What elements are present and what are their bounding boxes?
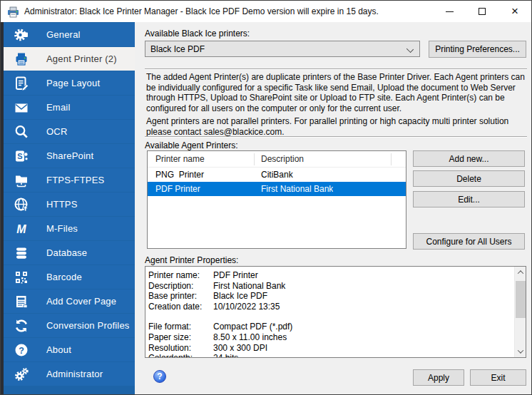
m-files-icon: M bbox=[12, 220, 31, 238]
maximize-icon[interactable] bbox=[466, 1, 498, 22]
separator-line bbox=[145, 68, 527, 69]
property-value: Black Ice PDF bbox=[213, 291, 267, 302]
main-panel: Available Black Ice printers: Black Ice … bbox=[135, 22, 531, 394]
gear-icon bbox=[12, 26, 31, 44]
admin-gears-icon bbox=[12, 365, 31, 384]
folder-network-icon bbox=[12, 171, 31, 190]
property-name: Description: bbox=[148, 281, 213, 292]
svg-text:S: S bbox=[17, 152, 22, 160]
property-value: 10/10/2022 13:35 bbox=[213, 302, 280, 312]
printing-preferences-button[interactable]: Printing Preferences... bbox=[429, 41, 526, 58]
cover-page-icon bbox=[12, 292, 31, 311]
sidebar-nav: General Agent Printer (2) bbox=[1, 22, 135, 394]
property-name: File format: bbox=[148, 322, 213, 332]
sidebar-item-database[interactable]: Database bbox=[4, 241, 135, 265]
sidebar-item-conversion-profiles[interactable]: Conversion Profiles bbox=[4, 314, 135, 337]
property-value: 300 x 300 DPI bbox=[213, 343, 267, 354]
envelope-icon bbox=[12, 98, 31, 117]
printer-manager-window: Administrator: Black Ice Printer Manager… bbox=[0, 0, 532, 395]
window-title: Administrator: Black Ice Printer Manager… bbox=[24, 1, 379, 22]
sidebar-item-ocr[interactable]: OCR bbox=[4, 120, 135, 143]
sidebar-item-email[interactable]: Email bbox=[4, 96, 135, 119]
sidebar-item-label: M-Files bbox=[46, 223, 78, 234]
question-circle-icon: ? bbox=[12, 341, 31, 359]
sidebar-item-m-files[interactable]: M M-Files bbox=[4, 217, 135, 240]
sidebar-item-label: Conversion Profiles bbox=[46, 320, 130, 331]
sidebar-item-label: HTTPS bbox=[46, 199, 78, 210]
description-cell: CitiBank bbox=[255, 168, 293, 182]
property-name: Paper size: bbox=[148, 332, 213, 343]
sidebar-item-sharepoint[interactable]: S SharePoint bbox=[4, 144, 135, 168]
sidebar-item-ftps[interactable]: FTPS-FTPES bbox=[4, 168, 135, 192]
parallel-printing-note: Agent printers are not parallel printers… bbox=[146, 116, 526, 137]
table-row[interactable]: PNG Printer CitiBank bbox=[148, 168, 406, 182]
close-icon[interactable]: × bbox=[498, 1, 531, 22]
printer-icon bbox=[12, 50, 31, 68]
exit-button[interactable]: Exit bbox=[470, 369, 526, 386]
property-value: PDF Printer bbox=[213, 270, 258, 281]
sidebar-item-label: General bbox=[46, 29, 81, 40]
column-header-printer-name[interactable]: Printer name bbox=[148, 153, 255, 165]
edit-button[interactable]: Edit... bbox=[413, 191, 525, 207]
scroll-up-icon[interactable] bbox=[515, 267, 526, 278]
sidebar-item-https[interactable]: HTTPS bbox=[4, 193, 135, 216]
sidebar-item-label: Email bbox=[46, 102, 71, 113]
caption-buttons: × bbox=[433, 1, 531, 22]
sidebar-item-agent-printer[interactable]: Agent Printer (2) bbox=[4, 47, 135, 71]
property-name: Printer name: bbox=[148, 270, 213, 281]
property-name: Base printer: bbox=[148, 291, 213, 302]
sync-arrows-icon bbox=[12, 317, 31, 335]
help-icon[interactable]: ? bbox=[153, 370, 166, 383]
printer-name-cell: PNG Printer bbox=[148, 168, 255, 182]
globe-icon bbox=[12, 195, 31, 214]
printer-select-dropdown[interactable]: Black Ice PDF bbox=[145, 41, 420, 57]
sidebar-item-label: About bbox=[46, 344, 71, 355]
properties-text: Printer name:PDF Printer Description:Fir… bbox=[145, 267, 514, 357]
sidebar-item-label: SharePoint bbox=[46, 150, 93, 161]
qr-code-icon bbox=[12, 268, 31, 287]
list-header: Printer name Description bbox=[148, 151, 406, 168]
sidebar-item-label: Barcode bbox=[46, 272, 82, 282]
magnifier-icon bbox=[12, 123, 31, 141]
configure-all-users-button[interactable]: Configure for All Users bbox=[413, 233, 525, 250]
sidebar-item-add-cover-page[interactable]: Add Cover Page bbox=[4, 289, 135, 313]
app-icon bbox=[7, 6, 19, 18]
printer-name-cell: PDF Printer bbox=[148, 182, 255, 196]
sidebar-item-administrator[interactable]: Administrator bbox=[4, 362, 135, 386]
property-value: 8.50 x 11.00 inches bbox=[213, 332, 287, 343]
agent-printer-properties-box: Printer name:PDF Printer Description:Fir… bbox=[145, 266, 526, 358]
property-value: Compact PDF (*.pdf) bbox=[213, 322, 292, 332]
property-value: 24 bits bbox=[213, 353, 238, 357]
agent-printer-description: The added Agent Printer(s) are duplicate… bbox=[146, 72, 526, 113]
property-name: Colordepth: bbox=[148, 353, 213, 357]
chevron-down-icon bbox=[406, 46, 414, 53]
table-row-selected[interactable]: PDF Printer First National Bank bbox=[148, 182, 406, 196]
delete-button[interactable]: Delete bbox=[413, 170, 525, 187]
agent-printers-list: Printer name Description PNG Printer Cit… bbox=[147, 150, 406, 249]
sidebar-item-label: Page Layout bbox=[46, 78, 100, 88]
properties-scrollbar[interactable] bbox=[514, 267, 526, 357]
sharepoint-icon: S bbox=[12, 147, 31, 165]
svg-text:M: M bbox=[16, 222, 26, 235]
title-bar: Administrator: Black Ice Printer Manager… bbox=[1, 1, 531, 22]
separator-line bbox=[145, 136, 527, 137]
apply-button[interactable]: Apply bbox=[413, 369, 464, 386]
minimize-icon[interactable] bbox=[433, 1, 466, 22]
sidebar-item-page-layout[interactable]: Page Layout bbox=[4, 71, 135, 95]
property-name: Creation date: bbox=[148, 302, 213, 312]
property-name: Resolution: bbox=[148, 343, 213, 354]
scroll-down-icon[interactable] bbox=[515, 346, 526, 357]
printer-select-value: Black Ice PDF bbox=[150, 44, 205, 54]
add-new-button[interactable]: Add new... bbox=[413, 150, 525, 167]
sidebar-item-barcode[interactable]: Barcode bbox=[4, 265, 135, 289]
sidebar-item-label: OCR bbox=[46, 126, 68, 137]
sidebar-item-about[interactable]: ? About bbox=[4, 338, 135, 361]
sidebar-item-general[interactable]: General bbox=[4, 23, 135, 46]
sidebar-item-label: Administrator bbox=[46, 369, 103, 379]
available-printers-label: Available Black Ice printers: bbox=[145, 29, 250, 39]
column-header-description[interactable]: Description bbox=[255, 153, 392, 165]
page-edit-icon bbox=[12, 74, 31, 93]
scrollbar-thumb[interactable] bbox=[516, 281, 526, 318]
agent-printers-label: Available Agent Printers: bbox=[145, 140, 238, 150]
description-cell: First National Bank bbox=[255, 182, 333, 196]
